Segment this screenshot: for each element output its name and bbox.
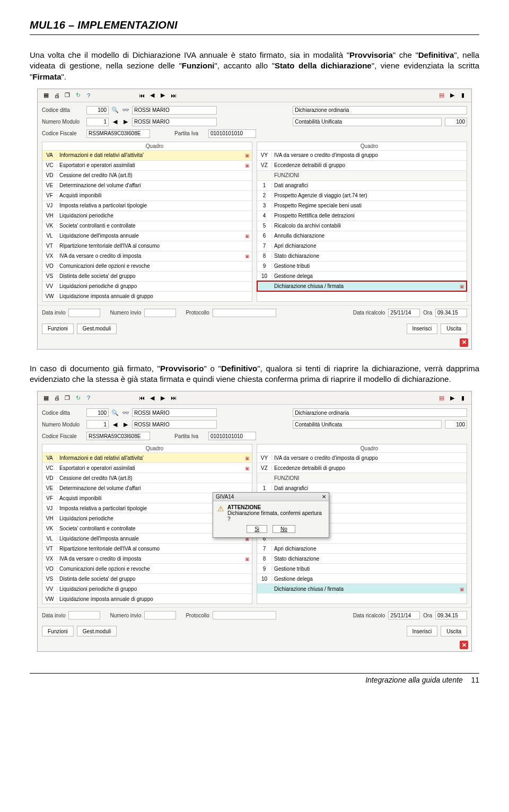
grid-row[interactable]: Dichiarazione chiusa / firmata▣	[257, 281, 467, 291]
dialog-no-button[interactable]: No	[273, 525, 295, 533]
search-icon[interactable]: 🔍	[111, 106, 119, 115]
grid-row[interactable]: VSDistinta delle societa' del gruppo	[42, 271, 252, 281]
grid-row[interactable]: VZEccedenze detraibili di gruppo	[257, 462, 467, 473]
inserisci-button[interactable]: Inserisci	[407, 626, 438, 636]
menu-icon[interactable]: ▮	[459, 91, 467, 100]
copy-icon[interactable]: ❐	[63, 91, 72, 100]
grid-row[interactable]: 7Apri dichiarazione	[257, 543, 467, 553]
grid-row[interactable]: VDCessione del credito IVA (art.8)	[42, 170, 252, 180]
grid-row[interactable]: 8Stato dichiarazione	[257, 251, 467, 261]
help-icon[interactable]: ?	[84, 394, 93, 402]
print-icon[interactable]: 🖨	[52, 394, 61, 402]
next-icon[interactable]: ▶	[159, 394, 167, 402]
field-codice-ditta[interactable]: 100	[86, 408, 109, 417]
print-icon[interactable]: 🖨	[52, 91, 61, 100]
grid-row[interactable]: VXIVA da versare o credito di imposta▣	[42, 553, 252, 563]
field-numero-modulo[interactable]: 1	[86, 118, 109, 126]
last-icon[interactable]: ⏭	[169, 394, 178, 402]
field-protocollo[interactable]	[213, 309, 276, 317]
grid-row[interactable]: 2Prospetto Agenzie di viaggio (art.74 te…	[257, 190, 467, 200]
field-numero-modulo[interactable]: 1	[86, 420, 109, 429]
field-protocollo[interactable]	[213, 611, 276, 619]
grid-row[interactable]: VYIVA da versare o credito d'imposta di …	[257, 150, 467, 160]
dialog-close-icon[interactable]: ✕	[322, 494, 326, 500]
pdf-icon[interactable]: ▤	[437, 394, 446, 402]
grid-row[interactable]: VVLiquidazioni periodiche di gruppo	[42, 281, 252, 291]
grid-row[interactable]: 5Ricalcolo da archivi contabili	[257, 221, 467, 231]
gest-moduli-button[interactable]: Gest.moduli	[77, 626, 117, 636]
grid-row[interactable]: VCEsportatori e operatori assimilati▣	[42, 160, 252, 170]
prev-small-icon[interactable]: ◀	[111, 420, 119, 429]
funzioni-button[interactable]: Funzioni	[42, 626, 74, 636]
inserisci-button[interactable]: Inserisci	[407, 324, 438, 334]
prev-icon[interactable]: ◀	[148, 394, 156, 402]
copy-icon[interactable]: ❐	[63, 394, 72, 402]
next-small-icon[interactable]: ▶	[121, 420, 130, 429]
grid-row[interactable]: 3Prospetto Regime speciale beni usati	[257, 200, 467, 211]
grid-row[interactable]: VEDeterminazione del volume d'affari	[42, 483, 252, 493]
field-data-invio[interactable]	[68, 611, 100, 619]
field-numero-invio[interactable]	[144, 309, 176, 317]
grid-row[interactable]: VAInformazioni e dati relativi all'attiv…	[42, 452, 252, 462]
grid-row[interactable]: 4Prospetto Rettifica delle detrazioni	[257, 211, 467, 221]
grid-row[interactable]: VFAcquisti imponibili	[42, 190, 252, 200]
refresh-icon[interactable]: ↻	[74, 394, 82, 402]
uscita-button[interactable]: Uscita	[441, 324, 467, 334]
next-icon[interactable]: ▶	[159, 91, 167, 100]
prev-icon[interactable]: ◀	[148, 91, 156, 100]
binoculars-icon[interactable]: 👓	[121, 106, 130, 115]
grid-row[interactable]: VWLiquidazione imposta annuale di gruppo	[42, 593, 252, 604]
grid-row[interactable]: 7Apri dichiarazione	[257, 241, 467, 251]
forward-icon[interactable]: ▶	[448, 394, 457, 402]
dialog-yes-button[interactable]: Si	[247, 525, 267, 533]
grid-row[interactable]: VOComunicazioni delle opzioni e revoche	[42, 563, 252, 573]
field-codice-ditta[interactable]: 100	[86, 106, 109, 115]
grid-row[interactable]: VTRipartizione territoriale dell'IVA al …	[42, 241, 252, 251]
field-data-invio[interactable]	[68, 309, 100, 317]
grid-row[interactable]: VJImposta relativa a particolari tipolog…	[42, 200, 252, 211]
help-icon[interactable]: ?	[84, 91, 93, 100]
grid-row[interactable]: 1Dati anagrafici	[257, 180, 467, 190]
grid-row[interactable]: VZEccedenze detraibili di gruppo	[257, 160, 467, 170]
grid-row[interactable]: 1Dati anagrafici	[257, 483, 467, 493]
close-icon[interactable]: ✕	[460, 338, 468, 347]
next-small-icon[interactable]: ▶	[121, 118, 130, 126]
binoculars-icon[interactable]: 👓	[121, 408, 130, 417]
prev-small-icon[interactable]: ◀	[111, 118, 119, 126]
forward-icon[interactable]: ▶	[448, 91, 457, 100]
grid-row[interactable]: VCEsportatori e operatori assimilati▣	[42, 462, 252, 473]
refresh-icon[interactable]: ↻	[74, 91, 82, 100]
grid-row[interactable]: VXIVA da versare o credito di imposta▣	[42, 251, 252, 261]
field-numero-invio[interactable]	[144, 611, 176, 619]
grid-row[interactable]: VWLiquidazione imposta annuale di gruppo	[42, 291, 252, 301]
funzioni-button[interactable]: Funzioni	[42, 324, 74, 334]
grid-row[interactable]: 8Stato dichiarazione	[257, 553, 467, 563]
close-icon[interactable]: ✕	[460, 641, 468, 649]
uscita-button[interactable]: Uscita	[441, 626, 467, 636]
first-icon[interactable]: ⏮	[137, 91, 146, 100]
grid-row[interactable]: 10Gestione delega	[257, 271, 467, 281]
grid-row[interactable]: VKSocieta' controllanti e controllate	[42, 221, 252, 231]
grid-row[interactable]: 6Annulla dichiarazione	[257, 231, 467, 241]
grid-row[interactable]: VVLiquidazioni periodiche di gruppo	[42, 583, 252, 593]
grid-row[interactable]: 9Gestione tributi	[257, 261, 467, 271]
gest-moduli-button[interactable]: Gest.moduli	[77, 324, 117, 334]
last-icon[interactable]: ⏭	[169, 91, 178, 100]
grid-row[interactable]: VSDistinta delle societa' del gruppo	[42, 573, 252, 583]
menu-icon[interactable]: ▮	[459, 394, 467, 402]
search-icon[interactable]: 🔍	[111, 408, 119, 417]
first-icon[interactable]: ⏮	[137, 394, 146, 402]
grid-row[interactable]: Dichiarazione chiusa / firmata▣	[257, 583, 467, 593]
grid-row[interactable]: VEDeterminazione del volume d'affari	[42, 180, 252, 190]
grid-row[interactable]: VTRipartizione territoriale dell'IVA al …	[42, 543, 252, 553]
grid-row[interactable]: VAInformazioni e dati relativi all'attiv…	[42, 150, 252, 160]
grid-row[interactable]: VHLiquidazioni periodiche	[42, 211, 252, 221]
grid-row[interactable]: VLLiquidazione dell'imposta annuale▣	[42, 231, 252, 241]
grid-icon[interactable]: ▦	[42, 394, 50, 402]
grid-row[interactable]: 10Gestione delega	[257, 573, 467, 583]
grid-row[interactable]: VDCessione del credito IVA (art.8)	[42, 473, 252, 483]
grid-row[interactable]: VYIVA da versare o credito d'imposta di …	[257, 452, 467, 462]
grid-row[interactable]: 9Gestione tributi	[257, 563, 467, 573]
grid-icon[interactable]: ▦	[42, 91, 50, 100]
pdf-icon[interactable]: ▤	[437, 91, 446, 100]
